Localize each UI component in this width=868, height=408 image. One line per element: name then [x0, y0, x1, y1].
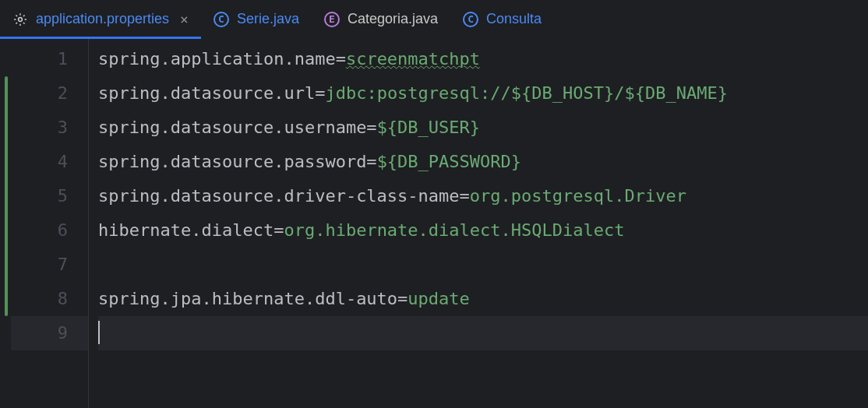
- code-line[interactable]: hibernate.dialect=org.hibernate.dialect.…: [98, 213, 868, 248]
- close-icon[interactable]: ×: [180, 11, 189, 27]
- code-token: jdbc:postgresql://${DB_HOST}/${DB_NAME}: [325, 83, 728, 103]
- line-number: 1: [11, 42, 88, 76]
- code-line[interactable]: [98, 248, 868, 282]
- code-line[interactable]: spring.datasource.url=jdbc:postgresql://…: [98, 76, 868, 111]
- code-token: org.hibernate.dialect.HSQLDialect: [284, 220, 624, 240]
- enum-icon: E: [324, 12, 340, 27]
- tab-bar: application.properties × C Serie.java E …: [0, 0, 868, 39]
- tab-label: Serie.java: [237, 11, 299, 27]
- gutter-margin: [0, 39, 11, 408]
- class-icon: C: [213, 12, 229, 27]
- line-number: 7: [11, 248, 88, 282]
- text-cursor: [98, 321, 100, 344]
- class-icon: C: [463, 12, 478, 27]
- line-number: 5: [11, 179, 88, 213]
- gutter: 123456789: [11, 39, 89, 408]
- line-number: 4: [11, 145, 88, 179]
- line-number: 9: [11, 316, 88, 350]
- code-token: spring.datasource.driver-class-name=: [98, 186, 470, 206]
- change-marker[interactable]: [5, 76, 8, 316]
- svg-point-0: [19, 17, 23, 21]
- code-token: hibernate.dialect=: [98, 220, 284, 240]
- tab-application-properties[interactable]: application.properties ×: [0, 0, 201, 38]
- code-line[interactable]: spring.datasource.password=${DB_PASSWORD…: [98, 145, 868, 179]
- code-token: ${DB_PASSWORD}: [377, 152, 521, 171]
- tab-categoria-java[interactable]: E Categoria.java: [312, 0, 450, 38]
- code-line[interactable]: spring.jpa.hibernate.ddl-auto=update: [98, 282, 868, 316]
- tab-label: Consulta: [486, 11, 542, 27]
- code-line[interactable]: spring.datasource.driver-class-name=org.…: [98, 179, 868, 213]
- line-number: 8: [11, 282, 88, 316]
- tab-label: application.properties: [36, 11, 169, 27]
- line-number: 6: [11, 213, 88, 248]
- line-number: 3: [11, 111, 88, 145]
- code-token: ${DB_USER}: [377, 118, 480, 137]
- code-line[interactable]: spring.application.name=screenmatchpt: [98, 42, 868, 76]
- code-token: spring.application.name=: [98, 49, 346, 69]
- code-token: spring.datasource.username=: [98, 118, 377, 137]
- code-token: screenmatchpt: [346, 49, 480, 69]
- tab-consulta[interactable]: C Consulta: [450, 0, 554, 38]
- line-number: 2: [11, 76, 88, 111]
- code-area[interactable]: spring.application.name=screenmatchptspr…: [89, 39, 868, 408]
- tab-label: Categoria.java: [348, 11, 438, 27]
- tab-serie-java[interactable]: C Serie.java: [201, 0, 312, 38]
- code-token: update: [408, 289, 469, 308]
- code-token: spring.datasource.password=: [98, 152, 377, 171]
- code-line[interactable]: [98, 316, 868, 350]
- code-token: spring.datasource.url=: [98, 83, 325, 103]
- editor-area[interactable]: 123456789 spring.application.name=screen…: [0, 39, 868, 408]
- gear-icon: [12, 12, 28, 27]
- code-token: org.postgresql.Driver: [470, 186, 686, 206]
- code-token: spring.jpa.hibernate.ddl-auto=: [98, 289, 408, 308]
- code-line[interactable]: spring.datasource.username=${DB_USER}: [98, 111, 868, 145]
